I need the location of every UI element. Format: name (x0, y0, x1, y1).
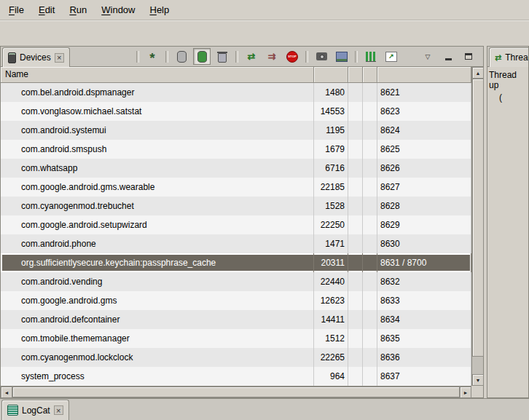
cell-e2[interactable] (363, 215, 377, 234)
cell-e1[interactable] (348, 121, 363, 140)
cell-name[interactable]: com.android.systemui (1, 121, 314, 140)
horizontal-scrollbar[interactable]: ◄ ► (1, 386, 471, 397)
menu-item-help[interactable]: Help (142, 1, 176, 18)
cell-name[interactable]: com.cyanogenmod.lockclock (1, 348, 314, 367)
cell-e2[interactable] (363, 310, 377, 329)
table-row[interactable]: com.vonglasow.michael.satstat145538623 (1, 102, 471, 121)
cell-pid[interactable]: 14411 (314, 310, 348, 329)
tab-devices[interactable]: Devices × (2, 47, 70, 67)
menu-item-edit[interactable]: Edit (31, 1, 62, 18)
cell-e2[interactable] (363, 140, 377, 159)
cell-pid[interactable]: 22250 (314, 215, 348, 234)
cell-e2[interactable] (363, 121, 377, 140)
table-row[interactable]: com.android.phone14718630 (1, 234, 471, 253)
table-row[interactable]: com.google.android.gms126238633 (1, 291, 471, 310)
menu-item-run[interactable]: Run (62, 1, 94, 18)
cell-e2[interactable] (363, 291, 377, 310)
cell-port[interactable]: 8624 (377, 121, 471, 140)
table-row[interactable]: org.sufficientlysecure.keychain:passphra… (1, 253, 471, 272)
cell-name[interactable]: system_process (1, 367, 314, 386)
cell-e2[interactable] (363, 253, 377, 272)
cell-name[interactable]: com.whatsapp (1, 159, 314, 178)
cell-e1[interactable] (348, 159, 363, 178)
cell-e2[interactable] (363, 272, 377, 291)
cell-port[interactable]: 8623 (377, 102, 471, 121)
cell-pid[interactable]: 1480 (314, 83, 348, 102)
tab-logcat[interactable]: LogCat × (1, 400, 69, 420)
cell-e2[interactable] (363, 367, 377, 386)
table-row[interactable]: com.android.systemui11958624 (1, 121, 471, 140)
cell-port[interactable]: 8637 (377, 367, 471, 386)
scroll-down-button[interactable]: ▼ (472, 374, 484, 386)
column-header-port[interactable] (377, 67, 471, 83)
column-header-empty-2[interactable] (363, 67, 377, 83)
table-row[interactable]: system_process9648637 (1, 367, 471, 386)
column-header-name[interactable]: Name (1, 67, 314, 83)
column-header-empty-1[interactable] (348, 67, 363, 83)
cell-e2[interactable] (363, 83, 377, 102)
cell-e1[interactable] (348, 102, 363, 121)
cell-name[interactable]: com.android.vending (1, 272, 314, 291)
cell-pid[interactable]: 1471 (314, 234, 348, 253)
cell-name[interactable]: com.android.phone (1, 234, 314, 253)
cell-e2[interactable] (363, 159, 377, 178)
cell-e1[interactable] (348, 367, 363, 386)
cell-name[interactable]: com.cyanogenmod.trebuchet (1, 197, 314, 215)
update-threads-icon[interactable]: ⇄ (243, 48, 260, 65)
table-row[interactable]: com.cyanogenmod.trebuchet15288628 (1, 197, 471, 215)
cell-pid[interactable]: 6716 (314, 159, 348, 178)
stop-process-icon[interactable]: STOP (283, 48, 301, 65)
vertical-scrollbar[interactable]: ▲ ▼ (471, 67, 483, 386)
cell-name[interactable]: com.google.android.gms (1, 291, 314, 310)
tab-threads[interactable]: ⇄ Threads (489, 47, 529, 67)
cell-e1[interactable] (348, 234, 363, 253)
table-row[interactable]: com.android.vending224408632 (1, 272, 471, 291)
cell-pid[interactable]: 1195 (314, 121, 348, 140)
cell-e1[interactable] (348, 215, 363, 234)
menu-item-window[interactable]: Window (94, 1, 142, 18)
cell-e1[interactable] (348, 348, 363, 367)
cell-e1[interactable] (348, 310, 363, 329)
cell-port[interactable]: 8632 (377, 272, 471, 291)
sysinfo-icon[interactable] (362, 48, 380, 65)
cell-pid[interactable]: 964 (314, 367, 348, 386)
cell-e2[interactable] (363, 178, 377, 197)
cell-port[interactable]: 8635 (377, 329, 471, 348)
cell-pid[interactable]: 1679 (314, 140, 348, 159)
screen-capture-icon[interactable] (313, 48, 330, 65)
table-row[interactable]: com.android.defcontainer144118634 (1, 310, 471, 329)
scroll-left-button[interactable]: ◄ (1, 387, 12, 398)
vertical-scroll-thumb[interactable] (472, 79, 484, 357)
cell-e2[interactable] (363, 329, 377, 348)
cell-pid[interactable]: 22185 (314, 178, 348, 197)
cell-e1[interactable] (348, 253, 363, 272)
cell-e2[interactable] (363, 234, 377, 253)
table-row[interactable]: com.bel.android.dspmanager14808621 (1, 83, 471, 102)
cell-pid[interactable]: 22440 (314, 272, 348, 291)
cell-name[interactable]: com.google.android.gms.wearable (1, 178, 314, 197)
cell-port[interactable]: 8625 (377, 140, 471, 159)
cell-port[interactable]: 8631 / 8700 (377, 253, 471, 272)
cell-e1[interactable] (348, 329, 363, 348)
cell-pid[interactable]: 22265 (314, 348, 348, 367)
cell-port[interactable]: 8628 (377, 197, 471, 215)
dump-hprof-icon[interactable] (193, 48, 211, 65)
table-row[interactable]: com.android.smspush16798625 (1, 140, 471, 159)
cell-port[interactable]: 8626 (377, 159, 471, 178)
cell-name[interactable]: com.google.android.setupwizard (1, 215, 314, 234)
table-row[interactable]: com.tmobile.thememanager15128635 (1, 329, 471, 348)
menu-item-file[interactable]: File (1, 1, 31, 18)
cell-e1[interactable] (348, 83, 363, 102)
view-menu-icon[interactable]: ▽ (419, 48, 436, 65)
close-icon[interactable]: × (54, 405, 63, 415)
cell-port[interactable]: 8621 (377, 83, 471, 102)
cell-name[interactable]: com.tmobile.thememanager (1, 329, 314, 348)
table-row[interactable]: com.google.android.setupwizard222508629 (1, 215, 471, 234)
cell-pid[interactable]: 1512 (314, 329, 348, 348)
cell-port[interactable]: 8627 (377, 178, 471, 197)
column-header-pid[interactable] (314, 67, 348, 83)
debug-process-icon[interactable]: * (144, 48, 161, 65)
cell-port[interactable]: 8633 (377, 291, 471, 310)
cell-e1[interactable] (348, 197, 363, 215)
cell-e1[interactable] (348, 140, 363, 159)
